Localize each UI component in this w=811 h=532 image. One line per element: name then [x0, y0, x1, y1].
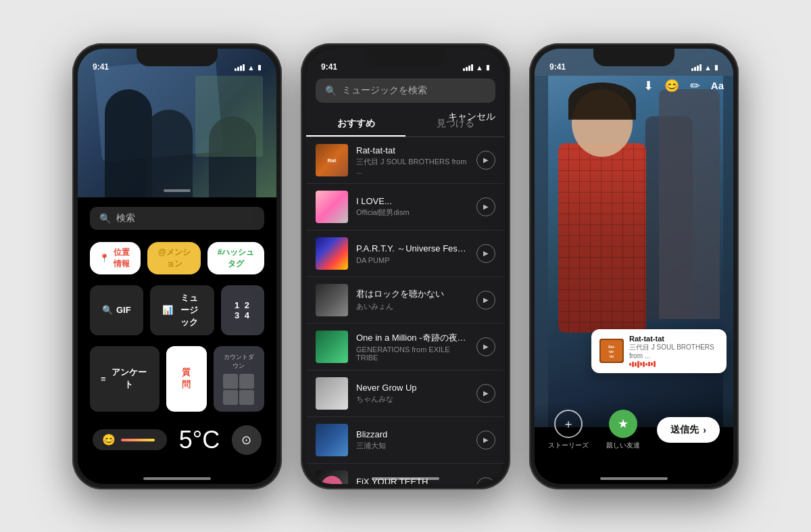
song-info-4: One in a Million -奇跡の夜に- GENERATIONS fro… [356, 332, 468, 362]
location-icon: 📍 [99, 253, 109, 263]
music-sticker[interactable]: 📊 ミュージック [150, 285, 214, 335]
song-artist-2: DA PUMP [356, 256, 468, 264]
battery-icon-1: ▮ [257, 64, 262, 71]
svg-text:tat-: tat- [609, 349, 614, 354]
album-art-0 [316, 144, 348, 176]
countdown-label: カウントダウン [223, 353, 255, 370]
album-art-6 [316, 424, 348, 456]
emoji-slider[interactable]: 😊 [93, 429, 167, 450]
survey-icon: ≡ [101, 374, 106, 384]
close-friends-label: 親しい友達 [606, 441, 640, 450]
song-artist-4: GENERATIONS from EXILE TRIBE [356, 345, 468, 362]
play-button-7[interactable]: ▶ [476, 477, 495, 484]
album-art-4 [316, 331, 348, 363]
location-label: 位置情報 [112, 247, 131, 270]
mention-label: @メンション [157, 247, 191, 270]
signal-icon-3 [691, 64, 702, 71]
figure-2 [145, 110, 193, 197]
car-right [723, 76, 733, 427]
song-info-6: Blizzard 三浦大知 [356, 429, 468, 451]
plus-icon: ＋ [562, 416, 574, 432]
stories-label: ストーリーズ [548, 441, 589, 450]
phone1-content: 🔍 検索 📍 位置情報 @メンション #ハッシュタグ [78, 197, 276, 464]
close-friends-action[interactable]: ★ 親しい友達 [606, 410, 640, 450]
survey-label: アンケート [109, 366, 149, 391]
countdown-cell-2 [239, 374, 254, 389]
song-item-1[interactable]: I LOVE... Official髭男dism ▶ [306, 184, 505, 231]
survey-sticker[interactable]: ≡ アンケート [90, 346, 159, 412]
download-icon[interactable]: ⬇ [643, 78, 654, 93]
status-time-2: 9:41 [321, 62, 337, 72]
countdown-sticker[interactable]: カウントダウン [214, 346, 264, 412]
phone3-bottom: ＋ ストーリーズ ★ 親しい友達 送信先 › [535, 403, 733, 484]
song-info-1: I LOVE... Official髭男dism [356, 196, 468, 218]
play-button-5[interactable]: ▶ [476, 384, 495, 403]
song-item-6[interactable]: Blizzard 三浦大知 ▶ [306, 417, 505, 464]
gif-sticker[interactable]: 🔍 GIF [90, 285, 143, 335]
cancel-button[interactable]: キャンセル [448, 111, 495, 123]
music-list: Rat-tat-tat 三代目 J SOUL BROTHERS from ...… [306, 137, 505, 484]
music-search-bar[interactable]: 🔍 ミュージックを検索 [316, 78, 495, 103]
sticker-face-icon[interactable]: 😊 [664, 78, 679, 93]
song-title-0: Rat-tat-tat [356, 145, 468, 155]
text-style-button[interactable]: Aa [711, 80, 724, 91]
song-item-7[interactable]: GP FiX YOUR TEETH GANG PARADE ▶ [306, 464, 505, 484]
number-sticker[interactable]: 1 2 3 4 [221, 285, 264, 335]
music-search-icon: 🔍 [325, 85, 337, 96]
stories-action[interactable]: ＋ ストーリーズ [548, 410, 589, 450]
hashtag-sticker[interactable]: #ハッシュタグ [207, 242, 264, 274]
play-button-1[interactable]: ▶ [476, 197, 495, 216]
gif-search-icon: 🔍 [102, 305, 113, 315]
plaid-pattern [558, 143, 646, 333]
song-item-5[interactable]: Never Grow Up ちゃんみな ▶ [306, 370, 505, 417]
song-artist-5: ちゃんみな [356, 394, 468, 404]
camera-button[interactable]: ⊙ [232, 425, 262, 455]
play-button-2[interactable]: ▶ [476, 244, 495, 263]
phone3-hero: Rat- tat- tat Rat-tat-tat 三代目 J SOUL BRO… [535, 49, 733, 427]
sticker-row-2: 🔍 GIF 📊 ミュージック 1 2 3 4 [90, 285, 264, 335]
status-time-1: 9:41 [93, 62, 109, 72]
mention-sticker[interactable]: @メンション [147, 242, 201, 274]
battery-icon-2: ▮ [486, 64, 490, 71]
play-button-3[interactable]: ▶ [476, 291, 495, 310]
album-art-7: GP [316, 470, 348, 484]
location-sticker[interactable]: 📍 位置情報 [90, 242, 141, 274]
draw-icon[interactable]: ✏ [690, 78, 700, 93]
notch-3 [593, 49, 674, 66]
play-button-4[interactable]: ▶ [476, 337, 495, 356]
song-info-0: Rat-tat-tat 三代目 J SOUL BROTHERS from ... [356, 145, 468, 175]
drag-handle [164, 189, 191, 192]
album-art-3 [316, 284, 348, 316]
song-item-0[interactable]: Rat-tat-tat 三代目 J SOUL BROTHERS from ...… [306, 137, 505, 184]
sticker-song-title: Rat-tat-tat [629, 335, 718, 343]
search-bar-1[interactable]: 🔍 検索 [90, 207, 264, 230]
signal-icon-1 [235, 64, 245, 71]
play-button-6[interactable]: ▶ [476, 431, 495, 450]
phone-3: 9:41 ▲ ▮ ⬇ 😊 ✏ Aa [529, 43, 739, 489]
song-item-3[interactable]: 君はロックを聴かない あいみょん ▶ [306, 277, 505, 324]
song-item-4[interactable]: One in a Million -奇跡の夜に- GENERATIONS fro… [306, 324, 505, 370]
fix-art-inner: GP [321, 476, 343, 484]
countdown-cell-1 [223, 374, 238, 389]
song-title-5: Never Grow Up [356, 383, 468, 393]
song-item-2[interactable]: P.A.R.T.Y. ～Universe Festival～ DA PUMP ▶ [306, 231, 505, 277]
emoji-icon: 😊 [102, 433, 116, 446]
question-sticker[interactable]: 質問 [166, 346, 207, 412]
send-button[interactable]: 送信先 › [657, 417, 720, 443]
song-info-5: Never Grow Up ちゃんみな [356, 383, 468, 404]
wifi-icon-3: ▲ [704, 64, 712, 72]
notch-2 [365, 49, 446, 66]
music-search-placeholder: ミュージックを検索 [342, 84, 427, 97]
svg-text:tat: tat [610, 354, 614, 358]
play-button-0[interactable]: ▶ [476, 151, 495, 170]
stories-icon: ＋ [554, 410, 583, 438]
tab-recommended[interactable]: おすすめ [306, 112, 406, 137]
song-title-2: P.A.R.T.Y. ～Universe Festival～ [356, 243, 468, 255]
song-artist-1: Official髭男dism [356, 208, 468, 218]
number-label: 1 2 3 4 [235, 300, 251, 320]
countdown-cell-3 [223, 390, 238, 405]
music-sticker-overlay[interactable]: Rat- tat- tat Rat-tat-tat 三代目 J SOUL BRO… [591, 329, 727, 373]
send-label: 送信先 [670, 424, 699, 436]
slider-track [121, 439, 155, 441]
sticker-song-artist: 三代目 J SOUL BROTHERS from ... [629, 343, 718, 360]
